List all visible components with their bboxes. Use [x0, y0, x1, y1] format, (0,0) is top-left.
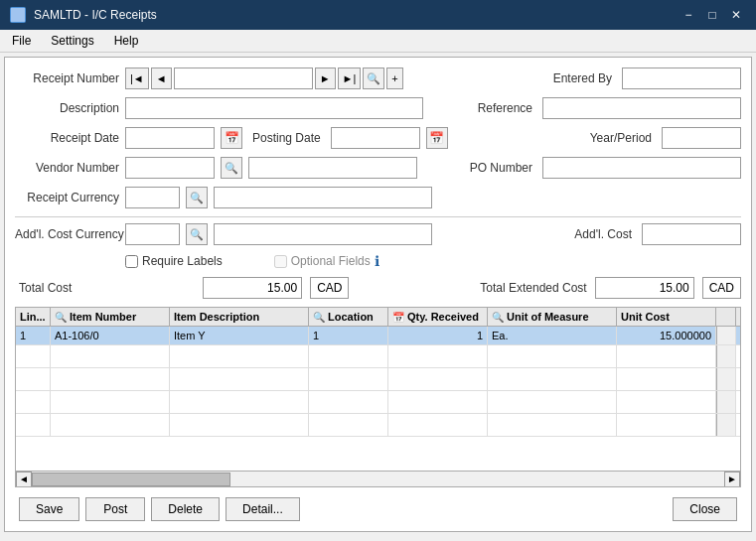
horizontal-scrollbar[interactable]: ◄ ► — [16, 471, 740, 486]
nav-next-button[interactable]: ► — [315, 68, 336, 89]
menu-file[interactable]: File — [4, 32, 39, 50]
cell-uom-1: Ea. — [488, 327, 617, 344]
menu-bar: File Settings Help — [0, 30, 756, 53]
table-row-empty-3 — [16, 391, 740, 414]
description-row: Description After subcontracting item Y … — [15, 97, 741, 119]
col-header-uom: 🔍 Unit of Measure — [488, 308, 617, 326]
receipt-currency-row: Receipt Currency CAD 🔍 Canadian Dollars — [15, 187, 741, 208]
require-labels-label: Require Labels — [142, 254, 223, 268]
scroll-left-button[interactable]: ◄ — [16, 472, 32, 487]
col-header-item-desc: Item Description — [170, 308, 309, 326]
post-button[interactable]: Post — [85, 497, 145, 521]
addl-cost-currency-code-input[interactable]: CAD — [125, 223, 180, 245]
total-cost-value: 15.00 — [203, 277, 302, 299]
col-header-scrollbar — [716, 308, 736, 326]
svg-rect-2 — [11, 15, 18, 22]
separator-1 — [15, 216, 741, 217]
require-labels-group: Require Labels — [125, 254, 223, 268]
line-items-grid: Lin... 🔍 Item Number Item Description 🔍 … — [15, 307, 741, 487]
vendor-row: Vendor Number 🔍 PO Number — [15, 157, 741, 179]
total-cost-currency: CAD — [310, 277, 349, 299]
reference-input[interactable]: Item X to Item Y — [542, 97, 741, 119]
require-labels-checkbox[interactable] — [125, 255, 138, 268]
posting-date-calendar[interactable]: 📅 — [426, 127, 448, 149]
receipt-number-row: Receipt Number |◄ ◄ *** NEW *** ► ►| 🔍 +… — [15, 68, 741, 89]
grid-header: Lin... 🔍 Item Number Item Description 🔍 … — [16, 308, 740, 327]
nav-last-button[interactable]: ►| — [338, 68, 362, 89]
year-period-label: Year/Period — [590, 131, 652, 145]
scroll-right-button[interactable]: ► — [724, 472, 740, 487]
receipt-number-nav: |◄ ◄ *** NEW *** ► ►| 🔍 + — [125, 68, 403, 89]
optional-fields-info-icon: ℹ — [375, 253, 379, 269]
addl-cost-input[interactable]: 0.00 — [642, 223, 741, 245]
nav-first-button[interactable]: |◄ — [125, 68, 149, 89]
svg-rect-1 — [18, 8, 25, 15]
app-icon — [10, 7, 26, 23]
cell-item-desc-1: Item Y — [170, 327, 309, 344]
description-label: Description — [15, 101, 119, 115]
optional-fields-checkbox[interactable] — [274, 255, 287, 268]
receipt-number-label: Receipt Number — [15, 71, 119, 85]
entered-by-label: Entered By — [553, 71, 612, 85]
receipt-currency-search-button[interactable]: 🔍 — [186, 187, 208, 208]
title-bar: SAMLTD - I/C Receipts − □ ✕ — [0, 0, 756, 30]
cell-item-number-1: A1-106/0 — [51, 327, 170, 344]
table-row-empty-1 — [16, 345, 740, 368]
receipt-date-label: Receipt Date — [15, 131, 119, 145]
cell-unit-cost-1: 15.000000 — [617, 327, 716, 344]
entered-by-input[interactable] — [622, 68, 741, 89]
receipt-date-input[interactable]: 03/15/2021 — [125, 127, 215, 149]
receipt-add-button[interactable]: + — [386, 68, 402, 89]
grid-body: 1 A1-106/0 Item Y 1 1 Ea. 15.000000 — [16, 327, 740, 471]
optional-fields-group: Optional Fields ℹ — [274, 253, 379, 269]
addl-cost-currency-search-button[interactable]: 🔍 — [186, 223, 208, 245]
vendor-search-button[interactable]: 🔍 — [221, 157, 242, 179]
table-row-empty-2 — [16, 368, 740, 391]
svg-rect-0 — [11, 8, 18, 15]
receipt-currency-label: Receipt Currency — [15, 191, 119, 204]
save-button[interactable]: Save — [19, 497, 79, 521]
cell-line-1: 1 — [16, 327, 51, 344]
receipt-search-button[interactable]: 🔍 — [363, 68, 384, 89]
vendor-name-input[interactable] — [248, 157, 417, 179]
left-footer-buttons: Save Post Delete Detail... — [19, 497, 300, 521]
close-button[interactable]: Close — [673, 497, 737, 521]
optional-fields-label: Optional Fields — [291, 254, 371, 268]
total-cost-label: Total Cost — [19, 281, 72, 295]
detail-button[interactable]: Detail... — [226, 497, 300, 521]
menu-help[interactable]: Help — [106, 32, 147, 50]
grid-scrollbar-cell — [716, 327, 736, 344]
delete-button[interactable]: Delete — [151, 497, 220, 521]
scroll-track — [32, 472, 724, 487]
svg-rect-3 — [18, 15, 25, 22]
addl-cost-currency-name-input: Canadian Dollars — [214, 223, 432, 245]
total-extended-cost-currency: CAD — [702, 277, 741, 299]
minimize-button[interactable]: − — [679, 5, 698, 25]
footer-buttons: Save Post Delete Detail... Close — [15, 497, 741, 521]
po-number-input[interactable] — [542, 157, 741, 179]
window-title: SAMLTD - I/C Receipts — [34, 8, 157, 22]
maximize-button[interactable]: □ — [702, 5, 722, 25]
receipt-number-input[interactable]: *** NEW *** — [174, 68, 313, 89]
po-number-label: PO Number — [470, 161, 532, 175]
options-row: Require Labels Optional Fields ℹ — [15, 253, 741, 269]
total-extended-cost-label: Total Extended Cost — [480, 281, 586, 295]
table-row[interactable]: 1 A1-106/0 Item Y 1 1 Ea. 15.000000 — [16, 327, 740, 345]
menu-settings[interactable]: Settings — [43, 32, 101, 50]
description-input[interactable]: After subcontracting item Y — [125, 97, 423, 119]
vendor-number-input[interactable] — [125, 157, 215, 179]
addl-cost-currency-label: Add'l. Cost Currency — [15, 227, 119, 241]
col-header-line: Lin... — [16, 308, 51, 326]
main-content: Receipt Number |◄ ◄ *** NEW *** ► ►| 🔍 +… — [4, 57, 752, 532]
year-period-input[interactable]: 2021 - 03 — [662, 127, 741, 149]
window-close-button[interactable]: ✕ — [726, 5, 746, 25]
receipt-currency-code-input[interactable]: CAD — [125, 187, 180, 208]
posting-date-input[interactable]: 03/15/2021 — [331, 127, 420, 149]
cell-location-1: 1 — [309, 327, 388, 344]
posting-date-label: Posting Date — [252, 131, 321, 145]
col-header-location: 🔍 Location — [309, 308, 388, 326]
receipt-date-calendar[interactable]: 📅 — [221, 127, 242, 149]
addl-cost-label: Add'l. Cost — [574, 227, 632, 241]
nav-prev-button[interactable]: ◄ — [151, 68, 172, 89]
totals-row: Total Cost 15.00 CAD Total Extended Cost… — [15, 277, 741, 299]
